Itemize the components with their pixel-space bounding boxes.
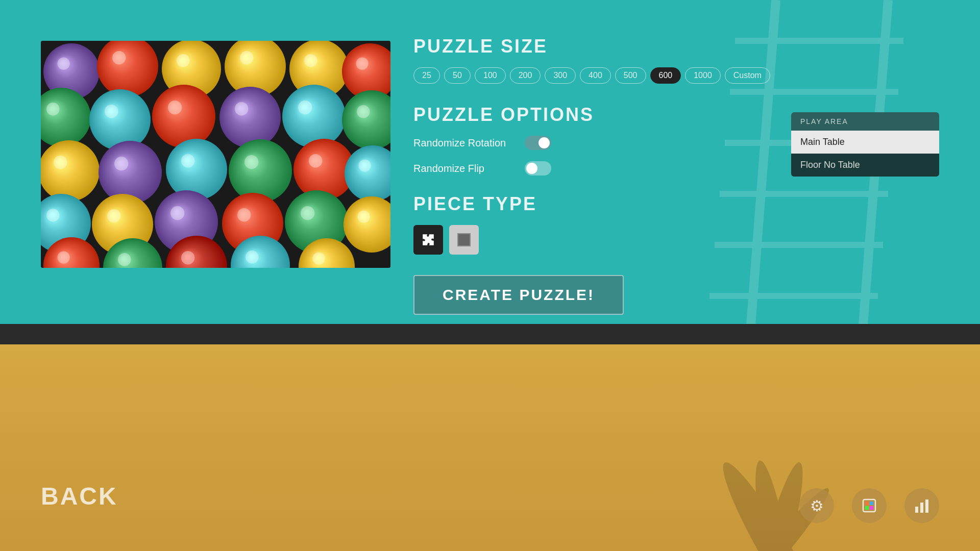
- randomize-flip-row: Randomize Flip: [413, 161, 551, 176]
- puzzle-options-title: PUZZLE OPTIONS: [413, 104, 771, 126]
- randomize-rotation-toggle[interactable]: [525, 136, 551, 150]
- play-area-panel: PLAY AREA Main Table Floor No Table: [791, 112, 939, 177]
- size-btn-500[interactable]: 500: [615, 67, 646, 84]
- size-btn-300[interactable]: 300: [545, 67, 576, 84]
- back-button[interactable]: BACK: [41, 482, 118, 510]
- bottom-icon-bar: ⚙: [799, 488, 939, 523]
- randomize-flip-toggle[interactable]: [525, 161, 551, 176]
- palette-icon: [860, 496, 878, 515]
- svg-rect-18: [920, 503, 923, 513]
- settings-icon-button[interactable]: ⚙: [799, 488, 834, 523]
- randomize-rotation-label: Randomize Rotation: [413, 137, 506, 149]
- settings-panel: PUZZLE SIZE 25 50 100 200 300 400 500 60…: [413, 36, 771, 315]
- size-btn-50[interactable]: 50: [444, 67, 471, 84]
- play-area-option-main-table[interactable]: Main Table: [791, 131, 939, 154]
- create-puzzle-button[interactable]: CREATE PUZZLE!: [413, 275, 624, 315]
- svg-rect-14: [870, 502, 873, 505]
- toggle-knob-flip: [526, 163, 537, 174]
- svg-rect-13: [865, 502, 869, 505]
- randomize-rotation-row: Randomize Rotation: [413, 136, 551, 150]
- puzzle-size-options: 25 50 100 200 300 400 500 600 1000 Custo…: [413, 67, 771, 84]
- size-btn-200[interactable]: 200: [510, 67, 541, 84]
- dark-separator: [0, 324, 980, 344]
- square-piece-icon: [457, 233, 471, 246]
- stats-icon: [913, 496, 931, 515]
- piece-type-title: PIECE TYPE: [413, 193, 771, 215]
- svg-rect-19: [925, 499, 928, 513]
- size-btn-400[interactable]: 400: [580, 67, 611, 84]
- toggle-knob-rotation: [538, 137, 550, 148]
- piece-type-square[interactable]: [449, 225, 479, 255]
- svg-rect-12: [863, 499, 875, 512]
- puzzle-preview-image: [41, 41, 390, 268]
- puzzle-options-section: PUZZLE OPTIONS Randomize Rotation Random…: [413, 104, 771, 176]
- svg-rect-15: [865, 506, 869, 510]
- piece-type-options: [413, 225, 771, 255]
- palette-icon-button[interactable]: [852, 488, 887, 523]
- svg-point-9: [747, 458, 804, 551]
- randomize-flip-label: Randomize Flip: [413, 163, 484, 174]
- stats-icon-button[interactable]: [904, 488, 939, 523]
- puzzle-size-title: PUZZLE SIZE: [413, 36, 771, 57]
- size-btn-100[interactable]: 100: [475, 67, 506, 84]
- play-area-option-floor[interactable]: Floor No Table: [791, 154, 939, 177]
- size-btn-25[interactable]: 25: [413, 67, 440, 84]
- piece-type-jigsaw[interactable]: [413, 225, 443, 255]
- svg-rect-16: [870, 506, 873, 510]
- piece-type-section: PIECE TYPE: [413, 193, 771, 255]
- size-btn-custom[interactable]: Custom: [725, 67, 770, 84]
- jigsaw-piece-icon: [419, 231, 437, 249]
- size-btn-600[interactable]: 600: [650, 67, 681, 84]
- size-btn-1000[interactable]: 1000: [685, 67, 721, 84]
- svg-rect-17: [915, 507, 918, 513]
- play-area-header: PLAY AREA: [791, 112, 939, 131]
